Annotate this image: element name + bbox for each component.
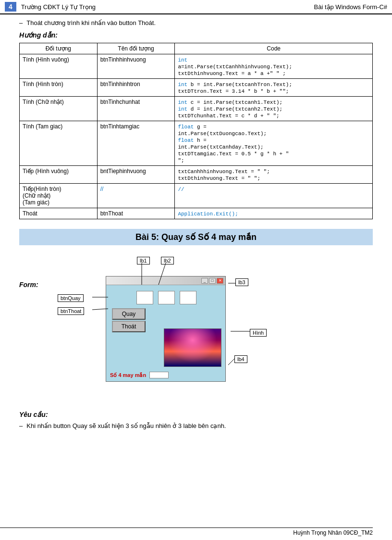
status-line-box xyxy=(149,372,169,378)
table-cell-name: btnTinhhinhtron xyxy=(97,79,175,97)
page-number: 4 xyxy=(5,2,16,12)
form-section: Form: lb1 lb2 _ □ ✕ xyxy=(19,252,373,401)
exercise-title: Bài 5: Quay số Số 4 may mắn xyxy=(19,229,373,245)
table-row: Thoát btnThoat Application.Exit(); xyxy=(20,208,373,219)
table-cell-obj: Tiếp (Hình vuông) xyxy=(20,166,98,184)
huong-dan-title: Hướng dẫn: xyxy=(19,31,373,39)
form-diagram: lb1 lb2 _ □ ✕ Quay xyxy=(58,252,346,401)
table-row: Tính (Chữ nhật) btnTinhchunhat int c = i… xyxy=(20,97,373,121)
so4-status: Số 4 may mắn xyxy=(110,372,146,378)
table-header-col3: Code xyxy=(175,43,373,54)
window-titlebar: _ □ ✕ xyxy=(106,276,225,285)
table-header-col1: Đối tượng xyxy=(20,43,98,54)
yeu-cau-bullet: – Khi nhấn button Quay sẽ xuất hiện 3 số… xyxy=(19,422,373,429)
lb4-label: lb4 xyxy=(234,355,247,363)
maximize-btn[interactable]: □ xyxy=(209,278,216,284)
code-table: Đối tượng Tên đối tượng Code Tính (Hình … xyxy=(19,43,373,219)
bullet-dash: – xyxy=(19,19,23,26)
table-cell-code: int c = int.Parse(txtcanh1.Text); int d … xyxy=(175,97,373,121)
lb1-label: lb1 xyxy=(137,257,150,264)
table-row: Tính (Tam giac) btnTinhtamgiac float g =… xyxy=(20,121,373,166)
table-cell-name: bntTiephinhvuong xyxy=(97,166,175,184)
svg-line-4 xyxy=(228,359,234,365)
thoat-button[interactable]: Thoát xyxy=(112,321,146,332)
table-cell-code: float g = int.Parse(txtDuongcao.Text); f… xyxy=(175,121,373,166)
yeu-cau-title: Yêu cầu: xyxy=(19,411,373,418)
bullet-text: Thoát chương trình khi nhấn vào button T… xyxy=(26,19,156,26)
school-name: Trường CĐKT Lý Tự Trọng xyxy=(21,3,314,11)
table-row: Tính (Hình vuông) btnTinhhinhvuong int a… xyxy=(20,54,373,79)
table-cell-name: // xyxy=(97,184,175,208)
hinh-label: Hình xyxy=(250,329,267,337)
footer-text: Huỳnh Trọng Nhân 09CĐ_TM2 xyxy=(293,529,373,536)
num-box-2 xyxy=(158,291,175,304)
yeu-cau-section: Yêu cầu: – Khi nhấn button Quay sẽ xuất … xyxy=(19,411,373,429)
table-cell-code: int a=int.Parse(txtCanhhhinhvuong.Text);… xyxy=(175,54,373,79)
table-cell-name: btnTinhtamgiac xyxy=(97,121,175,166)
table-cell-obj: Tính (Hình vuông) xyxy=(20,54,98,79)
window-mockup: _ □ ✕ Quay Thoát xyxy=(106,276,226,382)
lb3-label: lb3 xyxy=(235,278,248,286)
table-cell-obj: Thoát xyxy=(20,208,98,219)
table-cell-name: btnTinhchunhat xyxy=(97,97,175,121)
table-cell-code: int b = int.Parse(txtcanhTron.Text); txt… xyxy=(175,79,373,97)
table-row: Tính (Hình tròn) btnTinhhinhtron int b =… xyxy=(20,79,373,97)
table-cell-obj: Tính (Hình tròn) xyxy=(20,79,98,97)
table-row: Tiếp(Hình tròn)(Chữ nhật)(Tam giác) // /… xyxy=(20,184,373,208)
table-header-col2: Tên đối tượng xyxy=(97,43,175,54)
lb2-label: lb2 xyxy=(161,257,174,264)
table-cell-obj: Tính (Chữ nhật) xyxy=(20,97,98,121)
form-image xyxy=(164,328,221,367)
btnthoat-label: btnThoat xyxy=(58,307,84,315)
table-cell-code: txtCanhhhinhvuong.Text = " "; txtDthinhv… xyxy=(175,166,373,184)
quay-button[interactable]: Quay xyxy=(112,308,146,320)
table-row: Tiếp (Hình vuông) bntTiephinhvuong txtCa… xyxy=(20,166,373,184)
bullet-dash-2: – xyxy=(19,422,23,429)
table-cell-code: Application.Exit(); xyxy=(175,208,373,219)
page-footer: Huỳnh Trọng Nhân 09CĐ_TM2 xyxy=(0,527,373,536)
bullet-thoat: – Thoát chương trình khi nhấn vào button… xyxy=(19,19,373,26)
btnquay-label: btnQuay xyxy=(58,294,84,302)
num-box-1 xyxy=(136,291,153,304)
close-btn[interactable]: ✕ xyxy=(217,278,223,284)
table-cell-code: // xyxy=(175,184,373,208)
page-subtitle: Bài tập Windows Form-C# xyxy=(314,3,387,11)
page-content: – Thoát chương trình khi nhấn vào button… xyxy=(0,19,392,429)
num-box-3 xyxy=(180,291,196,304)
window-body: Quay Thoát Số 4 may mắn xyxy=(106,285,225,381)
number-boxes xyxy=(136,291,220,304)
table-cell-obj: Tiếp(Hình tròn)(Chữ nhật)(Tam giác) xyxy=(20,184,98,208)
table-cell-name: btnThoat xyxy=(97,208,175,219)
minimize-btn[interactable]: _ xyxy=(201,278,208,284)
table-cell-name: btnTinhhinhvuong xyxy=(97,54,175,79)
form-label: Form: xyxy=(19,252,43,289)
yeu-cau-text: Khi nhấn button Quay sẽ xuất hiện 3 số n… xyxy=(26,422,226,429)
table-cell-obj: Tính (Tam giac) xyxy=(20,121,98,166)
page-header: 4 Trường CĐKT Lý Tự Trọng Bài tập Window… xyxy=(0,0,392,14)
